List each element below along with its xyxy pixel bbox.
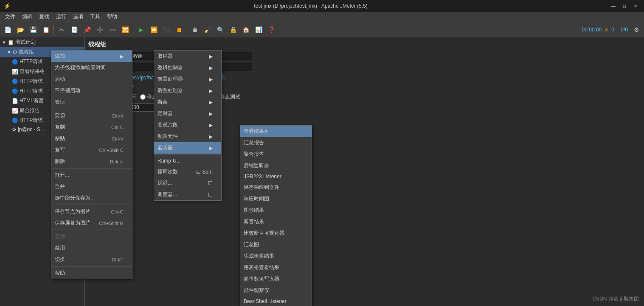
toggle-button[interactable]: 🔀 xyxy=(119,24,131,36)
menubar-item-选项[interactable]: 选项 xyxy=(70,12,87,22)
submenu-loop[interactable]: 循环次数 ☑ Sam xyxy=(154,166,221,177)
clear-all-button[interactable]: 🧹 xyxy=(202,24,214,36)
ctx-save-screen-img[interactable]: 保存屏幕为图片 Ctrl+Shift-G xyxy=(51,217,132,229)
submenu-assertion[interactable]: 断言 ▶ xyxy=(154,96,221,108)
expand-button[interactable]: ➕ xyxy=(94,24,106,36)
collapse-button[interactable]: ➖ xyxy=(107,24,118,36)
submenu-config-arrow: ▶ xyxy=(209,134,213,140)
ctx-paste[interactable]: 粘贴 Ctrl-V xyxy=(51,133,132,144)
listener-save-response[interactable]: 保存响应到文件 xyxy=(240,182,312,193)
ssl-button[interactable]: 🔒 xyxy=(227,24,239,36)
listener-table-results[interactable]: 用表格查看结果 xyxy=(240,262,312,273)
ctx-help-label: 帮助 xyxy=(55,270,65,277)
ctx-start-label: 启动 xyxy=(55,76,65,83)
submenu-delay[interactable]: 延迟... ☐ xyxy=(154,177,221,189)
stop-button[interactable]: ⬛ xyxy=(160,24,172,36)
ctx-cut[interactable]: 剪切 Ctrl-X xyxy=(51,110,132,121)
http3-label: HTTP请求 xyxy=(20,87,43,95)
copy-button[interactable]: 📑 xyxy=(68,24,80,36)
ctx-disable-label: 禁用 xyxy=(55,244,65,252)
close-button[interactable]: ✕ xyxy=(630,2,641,10)
paste-button[interactable]: 📌 xyxy=(81,24,93,36)
listener-jsr223[interactable]: JSR223 Listener xyxy=(240,171,312,182)
ctx-add-response-time[interactable]: 为子线程添加响应时间 xyxy=(51,62,132,73)
log-button[interactable]: 📊 xyxy=(253,24,264,36)
ctx-copy[interactable]: 复制 Ctrl-C xyxy=(51,121,132,133)
http3-icon: 🔵 xyxy=(12,88,18,94)
ctx-save-selection[interactable]: 选中部分保存为... xyxy=(51,192,132,204)
test-plan-icon: 📋 xyxy=(8,39,14,45)
listener-aggregate-report[interactable]: 聚合报告 xyxy=(240,149,312,160)
submenu-pre-arrow: ▶ xyxy=(209,76,213,82)
submenu-logic-controller[interactable]: 逻辑控制器 ▶ xyxy=(154,62,221,73)
ctx-save-node-img[interactable]: 保存节点为图片 Ctrl-G xyxy=(51,206,132,217)
listener-assertion-results[interactable]: 断言结果 xyxy=(240,216,312,227)
ctx-start-nopause[interactable]: 不停顿启动 xyxy=(51,85,132,96)
listener-backend[interactable]: 后端监听器 xyxy=(240,160,312,171)
ctx-cut-label: 剪切 xyxy=(55,112,65,119)
submenu-timer[interactable]: 定时器 ▶ xyxy=(154,108,221,119)
ctx-add-response-time-label: 为子线程添加响应时间 xyxy=(55,64,106,71)
ctx-validate[interactable]: 验证 xyxy=(51,96,132,108)
menubar-item-查找[interactable]: 查找 xyxy=(36,12,53,22)
listener-simple-writer[interactable]: 简单数填写入器 xyxy=(240,273,312,285)
submenu-pre-processor[interactable]: 前置处理器 ▶ xyxy=(154,73,221,85)
submenu-sampler[interactable]: 取样器 ▶ xyxy=(154,51,221,62)
help-button[interactable]: ❓ xyxy=(265,24,277,36)
open-button[interactable]: 📂 xyxy=(14,24,26,36)
ctx-delete[interactable]: 删除 Delete xyxy=(51,156,132,167)
submenu-listener[interactable]: 监听器 ▶ xyxy=(154,142,221,154)
menubar-item-帮助[interactable]: 帮助 xyxy=(104,12,121,22)
listener-graph-results[interactable]: 图形结果 xyxy=(240,205,312,216)
menubar-item-文件[interactable]: 文件 xyxy=(2,12,19,22)
submenu-listener-label: 监听器 xyxy=(157,144,173,152)
host-button[interactable]: 🏠 xyxy=(240,24,252,36)
ctx-add[interactable]: 添加 ▶ xyxy=(51,51,132,62)
listener-summary-graph[interactable]: 汇总图 xyxy=(240,239,312,250)
listener-mail-viewer[interactable]: 邮件观察仪 xyxy=(240,285,312,296)
run-nopause-button[interactable]: ⏩ xyxy=(148,24,160,36)
ctx-open[interactable]: 打开... xyxy=(51,169,132,181)
listener-summary-report[interactable]: 汇总报告 xyxy=(240,137,312,149)
submenu-config-element[interactable]: 配置元件 ▶ xyxy=(154,131,221,142)
http4-icon: 🔵 xyxy=(12,118,18,124)
save-button[interactable]: 💾 xyxy=(27,24,39,36)
new-button[interactable]: 📄 xyxy=(2,24,14,36)
submenu-post-arrow: ▶ xyxy=(209,88,213,94)
http4-label: HTTP请求 xyxy=(20,117,43,124)
menubar-item-编辑[interactable]: 编辑 xyxy=(19,12,36,22)
submenu-scheduler[interactable]: 调度器... ☐ xyxy=(154,189,221,200)
listener-response-time[interactable]: 响应时间图 xyxy=(240,193,312,205)
ctx-start[interactable]: 启动 xyxy=(51,73,132,85)
listener-view-result-tree[interactable]: 查看结果树 xyxy=(240,126,312,137)
submenu-post-processor[interactable]: 后置处理器 ▶ xyxy=(154,85,221,96)
ctx-toggle[interactable]: 切换 Ctrl-T xyxy=(51,254,132,265)
submenu-fragment-arrow: ▶ xyxy=(209,122,213,128)
menubar-item-工具[interactable]: 工具 xyxy=(87,12,104,22)
run-button[interactable]: ▶ xyxy=(135,24,147,36)
ctx-help[interactable]: 帮助 xyxy=(51,267,132,279)
minimize-button[interactable]: — xyxy=(608,2,619,10)
maximize-button[interactable]: □ xyxy=(619,2,630,10)
clear-button[interactable]: 🗑 xyxy=(189,24,201,36)
ctx-disable[interactable]: 禁用 xyxy=(51,242,132,254)
cut-button[interactable]: ✂ xyxy=(56,24,67,36)
menubar-item-运行[interactable]: 运行 xyxy=(53,12,70,22)
ctx-merge[interactable]: 合并 xyxy=(51,181,132,192)
tree-item-test-plan[interactable]: ▼ 📋 测试计划 xyxy=(0,37,84,47)
stop-now-button[interactable]: ⏹ xyxy=(173,24,185,36)
save-as-button[interactable]: 📋 xyxy=(40,24,52,36)
http1-label: HTTP请求 xyxy=(20,58,43,65)
warning-icon: ⚠ xyxy=(604,27,609,33)
submenu-rampup[interactable]: Ramp-U... xyxy=(154,156,221,166)
watermark: CSDN @欧菲斯集团 xyxy=(592,295,639,303)
search-button[interactable]: 🔍 xyxy=(214,24,226,36)
settings-button[interactable]: ⚙ xyxy=(630,24,642,36)
submenu-test-fragment[interactable]: 测试片段 ▶ xyxy=(154,119,221,131)
ctx-duplicate[interactable]: 复写 Ctrl+Shift-C xyxy=(51,144,132,156)
ctx-cut-shortcut: Ctrl-X xyxy=(112,113,124,118)
listener-compare-assertion[interactable]: 比较断言可视化器 xyxy=(240,227,312,239)
ctx-open-label: 打开... xyxy=(55,171,69,179)
listener-beanshell[interactable]: BeanShell Listener xyxy=(240,296,312,306)
listener-generate-summary[interactable]: 生成概要结果 xyxy=(240,250,312,262)
